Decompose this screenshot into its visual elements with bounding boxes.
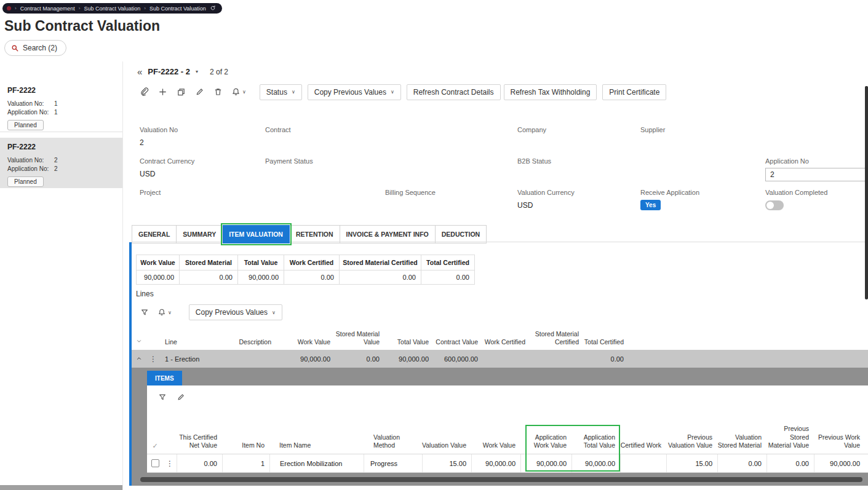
- refresh-contract-details-label: Refresh Contract Details: [413, 88, 494, 97]
- field-receive-application: Receive Application Yes: [640, 189, 699, 210]
- breadcrumb-item-sub-contract-valuation[interactable]: Sub Contract Valuation: [84, 6, 140, 12]
- row-menu-icon[interactable]: ⋮: [163, 454, 177, 472]
- print-certificate-button[interactable]: Print Certificate: [602, 84, 666, 100]
- toggle-knob: [766, 202, 774, 209]
- copy-icon[interactable]: [176, 87, 186, 98]
- items-col-header: Previous Work Value: [814, 406, 865, 450]
- refresh-tax-withholding-button[interactable]: Refresh Tax Withholding: [504, 84, 597, 100]
- tab-items[interactable]: ITEMS: [147, 371, 182, 385]
- summary-value: 0.00: [421, 271, 475, 285]
- total-certified-cell: 0.00: [581, 355, 627, 363]
- page-title: Sub Contract Valuation: [4, 18, 160, 34]
- field-application-no: Application No: [765, 157, 866, 181]
- search-icon: [11, 44, 19, 52]
- notifications-control[interactable]: ∨: [231, 87, 246, 97]
- previous-work-value-cell: 90,000.00: [814, 454, 865, 472]
- lines-row-1[interactable]: ⋮ 1 - Erection 90,000.00 0.00 90,000.00 …: [132, 350, 868, 368]
- select-all-icon[interactable]: ✓: [147, 406, 163, 450]
- status-button[interactable]: Status ∨: [260, 84, 302, 100]
- bell-icon: [231, 87, 241, 97]
- tab-general[interactable]: GENERAL: [132, 225, 177, 243]
- valuation-value-cell: 15.00: [422, 454, 471, 472]
- field-project: Project: [140, 189, 161, 210]
- edit-icon[interactable]: [175, 392, 186, 403]
- refresh-tax-withholding-label: Refresh Tax Withholding: [511, 88, 591, 97]
- edit-icon[interactable]: [194, 87, 205, 98]
- tab-deduction[interactable]: DEDUCTION: [436, 225, 487, 243]
- card-valuation-no: Valuation No:1: [7, 100, 115, 107]
- contract-value-cell: 600,000.00: [434, 355, 483, 363]
- chevron-down-icon: ∨: [272, 310, 276, 315]
- delete-icon[interactable]: [213, 87, 223, 98]
- collapse-panel-icon[interactable]: «: [137, 66, 142, 77]
- field-value: 2: [140, 138, 178, 147]
- tab-invoice-payment-info[interactable]: INVOICE & PAYMENT INFO: [340, 225, 436, 243]
- lines-col-header: Description: [215, 338, 274, 347]
- lines-col-header: Line: [160, 338, 215, 347]
- tab-summary[interactable]: SUMMARY: [177, 225, 223, 243]
- row-menu-icon[interactable]: ⋮: [146, 355, 160, 363]
- record-dropdown-icon[interactable]: ▾: [196, 69, 198, 74]
- lines-table: Line Description Work Value Stored Mater…: [132, 326, 868, 368]
- field-label: Company: [517, 126, 546, 133]
- filter-icon[interactable]: [157, 392, 167, 403]
- lines-expand-all-icon[interactable]: [132, 338, 146, 347]
- items-col-header: Work Value: [471, 406, 520, 450]
- item-no-cell: 1: [222, 454, 269, 472]
- vertical-scrollbar[interactable]: [865, 86, 868, 299]
- collapse-row-icon[interactable]: [132, 355, 146, 363]
- field-value: USD: [140, 170, 194, 178]
- app-window: › Contract Management › Sub Contract Val…: [0, 0, 868, 490]
- row-checkbox[interactable]: [151, 459, 159, 467]
- refresh-contract-details-button[interactable]: Refresh Contract Details: [407, 84, 501, 100]
- field-value: USD: [517, 201, 575, 210]
- field-label: Contract: [265, 126, 291, 133]
- search-button[interactable]: Search (2): [4, 40, 66, 56]
- certified-work-cell: [620, 454, 666, 472]
- summary-value: 90,000.00: [238, 271, 284, 285]
- valuation-card-2-selected[interactable]: PF-2222 Valuation No:2 Application No:2 …: [0, 138, 122, 188]
- lines-col-header: Work Value: [274, 338, 335, 347]
- summary-col-header: Work Value: [137, 255, 180, 271]
- lines-col-header: Total Value: [384, 338, 434, 347]
- record-pager: 2 of 2: [210, 68, 228, 76]
- tab-item-valuation[interactable]: ITEM VALUATION: [223, 225, 290, 243]
- application-no-input[interactable]: [765, 168, 866, 181]
- items-row-1[interactable]: ⋮ 0.00 1 Erection Mobilization Progress …: [147, 454, 868, 473]
- valuation-completed-toggle[interactable]: [765, 200, 784, 210]
- field-value: [517, 138, 546, 147]
- valuation-method-cell: Progress: [364, 454, 422, 472]
- refresh-icon[interactable]: [210, 5, 216, 12]
- tab-retention[interactable]: RETENTION: [290, 225, 340, 243]
- horizontal-scrollbar[interactable]: [140, 477, 862, 482]
- valuation-card-1[interactable]: PF-2222 Valuation No:1 Application No:1 …: [0, 81, 122, 129]
- attach-icon[interactable]: [139, 87, 149, 98]
- card-contract-id: PF-2222: [7, 86, 115, 95]
- card-divider: [0, 132, 122, 132]
- breadcrumb-item-current[interactable]: Sub Contract Valuation: [149, 6, 206, 12]
- field-label: Receive Application: [640, 189, 699, 196]
- previous-valuation-value-cell: 15.00: [666, 454, 717, 472]
- items-col-header: Previous Stored Material Value: [766, 406, 814, 450]
- application-total-value-cell: 90,000.00: [571, 454, 620, 472]
- summary-value: 0.00: [340, 271, 421, 285]
- items-col-header: Application Work Value: [520, 406, 571, 450]
- field-b2b-status: B2B Status: [517, 157, 551, 178]
- add-icon[interactable]: [157, 87, 168, 98]
- field-label: Supplier: [640, 126, 665, 133]
- breadcrumb-separator-icon: ›: [79, 6, 81, 11]
- lines-copy-previous-values-button[interactable]: Copy Previous Values ∨: [189, 304, 282, 320]
- items-header-row: ✓ This Certified Net Value Item No Item …: [147, 406, 868, 454]
- copy-previous-values-button[interactable]: Copy Previous Values ∨: [308, 84, 401, 100]
- lines-header-row: Line Description Work Value Stored Mater…: [132, 326, 868, 350]
- lines-notifications-control[interactable]: ∨: [157, 308, 172, 317]
- valuation-summary-table: Work Value Stored Material Total Value W…: [136, 255, 475, 285]
- filter-icon[interactable]: [139, 307, 149, 318]
- bell-icon: [157, 308, 166, 317]
- breadcrumb-item-contract-management[interactable]: Contract Management: [20, 6, 75, 12]
- breadcrumb-separator-icon: ›: [15, 6, 17, 11]
- field-supplier: Supplier: [640, 126, 665, 147]
- lines-copy-previous-values-label: Copy Previous Values: [196, 308, 268, 317]
- status-button-label: Status: [266, 88, 287, 97]
- field-valuation-no: Valuation No 2: [140, 126, 178, 147]
